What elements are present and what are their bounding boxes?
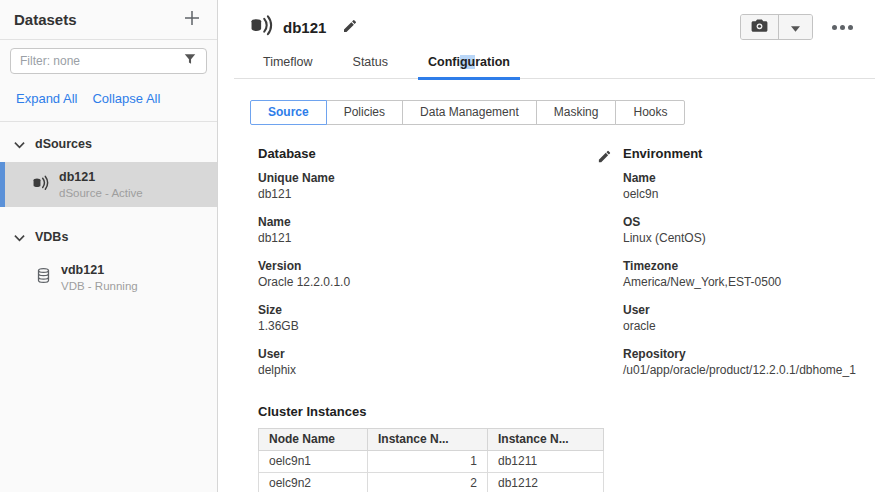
cluster-instances-title: Cluster Instances [258, 404, 875, 419]
field-label: Name [623, 171, 875, 186]
camera-icon [750, 16, 769, 38]
sidebar-title: Datasets [14, 11, 77, 28]
column-header-node-name: Node Name [259, 429, 368, 451]
tree-item-vdb121[interactable]: vdb121 VDB - Running [0, 255, 217, 300]
field-label: Size [258, 303, 595, 318]
tab-status[interactable]: Status [343, 55, 398, 80]
ellipsis-icon [840, 25, 845, 30]
snapshot-menu-button[interactable] [779, 15, 812, 39]
main-panel: db121 [218, 0, 875, 492]
field-timezone: Timezone America/New_York,EST-0500 [623, 259, 875, 290]
subtab-data-management[interactable]: Data Management [402, 100, 537, 125]
sidebar-header: Datasets [0, 0, 217, 40]
tree-item-db121[interactable]: db121 dSource - Active [0, 162, 217, 207]
field-value: 1.36GB [258, 319, 595, 334]
field-value: db121 [258, 187, 595, 202]
datasets-sidebar: Datasets Expand All Collapse All dSource… [0, 0, 218, 492]
field-label: Unique Name [258, 171, 595, 186]
tree-item-status: dSource - Active [59, 187, 143, 199]
more-actions-button[interactable] [828, 21, 857, 34]
main-header: db121 [248, 12, 867, 42]
subtab-hooks[interactable]: Hooks [615, 100, 685, 125]
field-value: /u01/app/oracle/product/12.2.0.1/dbhome_… [623, 363, 875, 378]
environment-section: Environment Name oelc9n OS Linux (CentOS… [623, 146, 875, 391]
sidebar-links: Expand All Collapse All [16, 91, 201, 106]
field-value: oracle [623, 319, 875, 334]
field-label: Timezone [623, 259, 875, 274]
field-size: Size 1.36GB [258, 303, 595, 334]
ellipsis-icon [832, 25, 837, 30]
tab-configuration[interactable]: Configuration [418, 55, 520, 80]
configuration-subtabs: Source Policies Data Management Masking … [250, 100, 875, 125]
field-value: Linux (CentOS) [623, 231, 875, 246]
field-label: OS [623, 215, 875, 230]
cell-instance-name: db1212 [488, 473, 604, 492]
sidebar-group-dsources[interactable]: dSources [0, 122, 217, 153]
add-dataset-button[interactable] [181, 7, 203, 32]
snapshot-split-button [740, 14, 813, 40]
tree-item-name: vdb121 [61, 263, 138, 277]
chevron-down-icon [14, 228, 25, 246]
edit-column [595, 146, 623, 391]
sidebar-group-vdbs[interactable]: VDBs [0, 215, 217, 246]
table-row: oelc9n2 2 db1212 [259, 473, 604, 492]
collapse-all-link[interactable]: Collapse All [92, 91, 160, 106]
field-name: Name db121 [258, 215, 595, 246]
field-value: delphix [258, 363, 595, 378]
tab-label-highlight: gu [460, 55, 475, 69]
field-unique-name: Unique Name db121 [258, 171, 595, 202]
table-header-row: Node Name Instance N... Instance N... [259, 429, 604, 451]
tab-label-part: ration [475, 55, 510, 69]
filter-box [10, 48, 207, 74]
field-value: Oracle 12.2.0.1.0 [258, 275, 595, 290]
page-title: db121 [283, 19, 326, 36]
chevron-down-icon [14, 135, 25, 153]
vdb-icon [36, 267, 51, 288]
group-label: VDBs [35, 230, 68, 244]
ellipsis-icon [848, 25, 853, 30]
column-header-instance-name: Instance N... [488, 429, 604, 451]
tree-item-status: VDB - Running [61, 280, 138, 292]
database-section: Database Unique Name db121 Name db121 Ve… [258, 146, 595, 391]
environment-section-title: Environment [623, 146, 875, 161]
field-value: db121 [258, 231, 595, 246]
edit-pencil-icon [597, 149, 612, 167]
field-label: Name [258, 215, 595, 230]
snapshot-button[interactable] [741, 15, 779, 39]
dsource-icon [31, 174, 49, 196]
plus-icon [183, 9, 201, 30]
field-env-name: Name oelc9n [623, 171, 875, 202]
rename-button[interactable] [340, 16, 360, 39]
tree-item-text: vdb121 VDB - Running [61, 263, 138, 292]
cell-node-name: oelc9n1 [259, 451, 368, 473]
field-value: America/New_York,EST-0500 [623, 275, 875, 290]
subtab-masking[interactable]: Masking [536, 100, 617, 125]
field-value: oelc9n [623, 187, 875, 202]
database-section-title: Database [258, 146, 595, 161]
subtab-source[interactable]: Source [250, 100, 327, 125]
tree-item-name: db121 [59, 170, 143, 184]
tab-label-part: Confi [428, 55, 460, 69]
subtab-policies[interactable]: Policies [326, 100, 403, 125]
cell-instance-number: 1 [368, 451, 488, 473]
field-user: User delphix [258, 347, 595, 378]
edit-pencil-icon [342, 18, 358, 37]
cluster-instances-table: Node Name Instance N... Instance N... oe… [258, 428, 604, 492]
field-os: OS Linux (CentOS) [623, 215, 875, 246]
field-env-user: User oracle [623, 303, 875, 334]
field-label: Repository [623, 347, 875, 362]
field-version: Version Oracle 12.2.0.1.0 [258, 259, 595, 290]
expand-all-link[interactable]: Expand All [16, 91, 77, 106]
tab-timeflow[interactable]: Timeflow [253, 55, 323, 80]
funnel-icon[interactable] [183, 52, 197, 70]
group-label: dSources [35, 137, 92, 151]
cluster-instances-section: Cluster Instances Node Name Instance N..… [258, 404, 875, 492]
main-tabs: Timeflow Status Configuration [234, 55, 875, 79]
field-label: Version [258, 259, 595, 274]
filter-input[interactable] [20, 54, 183, 68]
cell-instance-number: 2 [368, 473, 488, 492]
app-window: Datasets Expand All Collapse All dSource… [0, 0, 875, 492]
column-header-instance-number: Instance N... [368, 429, 488, 451]
field-label: User [258, 347, 595, 362]
edit-environment-button[interactable] [595, 147, 614, 169]
